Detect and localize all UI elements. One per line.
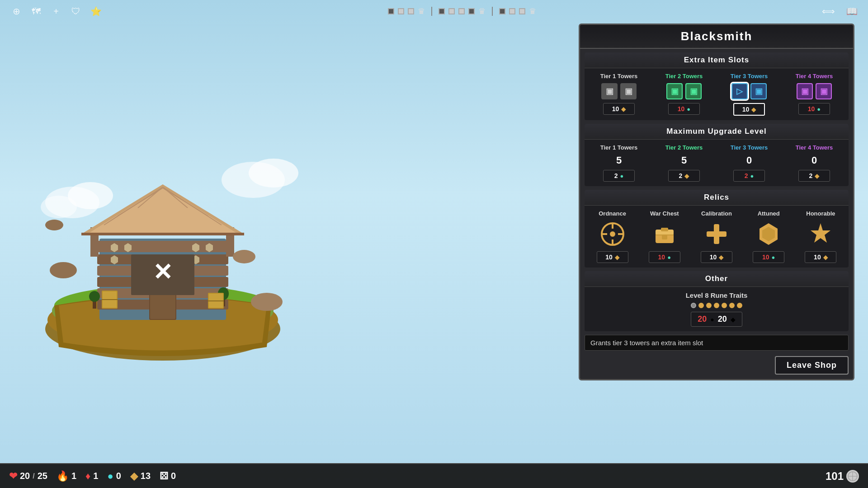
shop-title: Blacksmith	[681, 29, 753, 43]
extra-item-slots-tiers: Tier 1 Towers ▣ ▣ 10 ◆ Tier 2 Towers ▣ ▣	[585, 68, 849, 120]
prog-dot-7	[737, 303, 742, 308]
upgrade-tier2-button[interactable]: 2 ◆	[668, 170, 700, 182]
relic-attuned-name: Attuned	[758, 210, 780, 217]
relic-warchest-icon[interactable]	[651, 221, 678, 248]
svg-point-47	[233, 250, 255, 263]
map-icon[interactable]: 🗺	[29, 4, 43, 19]
leave-shop-button[interactable]: Leave Shop	[775, 356, 849, 375]
description-text: Grants tier 3 towers an extra item slot	[590, 339, 703, 347]
tier2-slot-1[interactable]: ▣	[666, 83, 683, 99]
extra-item-slots-title: Extra Item Slots	[684, 56, 750, 64]
tier1-label: Tier 1 Towers	[600, 73, 638, 80]
progress-pip-4	[439, 8, 445, 14]
svg-point-46	[249, 159, 298, 188]
tier1-cost-button[interactable]: 10 ◆	[603, 103, 635, 115]
other-header: Other	[585, 271, 849, 287]
upgrade-tier1-label: Tier 1 Towers	[600, 144, 638, 151]
relic-calibration-col: Calibration 10 ◆	[691, 210, 741, 263]
book-icon[interactable]: 📖	[844, 4, 859, 19]
diamond-icon: ♦	[85, 470, 90, 482]
dice-stat: ⚄ 0	[160, 470, 176, 482]
upgrade-tier1-button[interactable]: 2 ●	[603, 170, 635, 182]
relic-calibration-button[interactable]: 10 ◆	[701, 251, 732, 263]
prog-dot-4	[714, 303, 719, 308]
prog-dot-6	[729, 303, 735, 308]
progress-pip-10	[519, 8, 525, 14]
plus-icon[interactable]: +	[49, 4, 63, 19]
relic-ordnance-col: Ordnance 10 ◆	[587, 210, 637, 263]
tier2-cost-button[interactable]: 10 ●	[668, 103, 700, 115]
island-area: ✕	[0, 23, 326, 463]
tier3-slot-2[interactable]: ▣	[750, 83, 767, 99]
relic-calibration-icon[interactable]	[703, 221, 730, 248]
tier1-slot-1[interactable]: ▣	[601, 83, 618, 99]
svg-text:✕: ✕	[153, 259, 173, 285]
svg-point-48	[50, 262, 77, 278]
rune-progress-bar	[691, 303, 742, 308]
upgrade-tier1-col: Tier 1 Towers 5 2 ●	[587, 144, 651, 182]
relic-calibration-coin: ◆	[719, 254, 723, 261]
leave-btn-row: Leave Shop	[580, 353, 853, 375]
tier3-cost-button[interactable]: 10 ◆	[733, 103, 765, 116]
shell-icon	[846, 470, 859, 483]
relic-ordnance-button[interactable]: 10 ◆	[597, 251, 628, 263]
crown-icon-2: ♛	[478, 6, 486, 16]
svg-marker-66	[811, 223, 830, 243]
fire-stat: 🔥 1	[57, 470, 76, 482]
shop-panel: Blacksmith Extra Item Slots Tier 1 Tower…	[579, 23, 854, 380]
upgrade-tier3-label: Tier 3 Towers	[731, 144, 768, 151]
tier4-cost-button[interactable]: 10 ●	[798, 103, 830, 115]
upgrade-tier1-val: 5	[616, 155, 622, 166]
tier2-cost-val: 10	[678, 105, 685, 113]
svg-point-33	[89, 291, 100, 302]
tier2-col: Tier 2 Towers ▣ ▣ 10 ●	[652, 73, 716, 116]
relic-honorable-coin: ◆	[823, 254, 828, 261]
relic-ordnance-icon[interactable]	[599, 221, 626, 248]
upgrade-tier3-button[interactable]: 2 ●	[733, 170, 765, 182]
tier4-slots: ▣ ▣	[797, 83, 832, 99]
upgrade-tier2-val: 5	[681, 155, 687, 166]
arrows-icon[interactable]: ⟺	[821, 4, 835, 19]
upgrade-tier1-coin: ●	[620, 173, 623, 179]
star-icon[interactable]: ⭐	[89, 4, 103, 19]
tier2-slot-2[interactable]: ▣	[685, 83, 702, 99]
relics-header: Relics	[585, 190, 849, 206]
relic-warchest-name: War Chest	[650, 210, 679, 217]
tier4-slot-2[interactable]: ▣	[816, 83, 832, 99]
tier2-label: Tier 2 Towers	[665, 73, 703, 80]
health-icon: ❤	[9, 470, 17, 482]
relic-honorable-button[interactable]: 10 ◆	[805, 251, 836, 263]
crown-icon-3: ♛	[529, 6, 536, 16]
upgrade-tier4-button[interactable]: 2 ◆	[798, 170, 830, 182]
prog-dot-2	[698, 303, 704, 308]
relic-honorable-icon[interactable]	[807, 221, 834, 248]
relic-attuned-icon[interactable]	[755, 221, 782, 248]
tier4-cost-val: 10	[808, 105, 815, 113]
upgrade-tier2-label: Tier 2 Towers	[665, 144, 703, 151]
top-hud: ⊕ 🗺 + 🛡 ⭐ ♛ ♛ ♛ ⟺ 📖	[0, 0, 868, 23]
svg-point-49	[251, 293, 283, 311]
top-hud-left: ⊕ 🗺 + 🛡 ⭐	[9, 4, 103, 19]
relic-honorable-col: Honorable 10 ◆	[796, 210, 846, 263]
relic-honorable-name: Honorable	[806, 210, 835, 217]
diamond-value: 1	[93, 471, 98, 481]
tier1-slot-2[interactable]: ▣	[620, 83, 637, 99]
tier4-slot-1[interactable]: ▣	[797, 83, 813, 99]
prog-dot-3	[706, 303, 712, 308]
svg-rect-63	[707, 231, 726, 237]
max-upgrade-tiers: Tier 1 Towers 5 2 ● Tier 2 Towers 5 2 ◆ …	[585, 140, 849, 186]
relic-calibration-name: Calibration	[701, 210, 732, 217]
rune-cost-row[interactable]: 20 ● 20 ◆	[691, 312, 742, 327]
relic-attuned-button[interactable]: 10 ●	[753, 251, 784, 263]
crown-icon-1: ♛	[418, 6, 425, 16]
shield-icon[interactable]: 🛡	[69, 4, 83, 19]
relic-warchest-button[interactable]: 10 ●	[649, 251, 680, 263]
relic-ordnance-name: Ordnance	[599, 210, 626, 217]
progress-divider-1	[431, 7, 432, 16]
max-upgrade-section: Maximum Upgrade Level Tier 1 Towers 5 2 …	[585, 124, 849, 186]
extra-item-slots-section: Extra Item Slots Tier 1 Towers ▣ ▣ 10 ◆ …	[585, 52, 849, 120]
tier3-slot-1[interactable]: ▷	[731, 83, 748, 99]
upgrade-tier2-cost: 2	[679, 172, 683, 179]
crosshair-icon[interactable]: ⊕	[9, 4, 24, 19]
svg-point-50	[45, 220, 63, 230]
